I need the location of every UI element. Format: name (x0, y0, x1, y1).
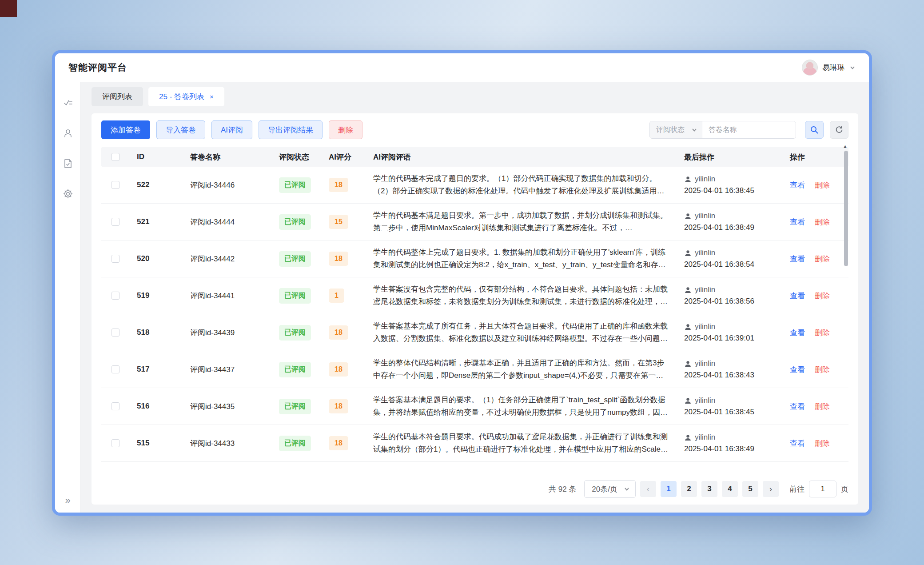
review-list-icon[interactable] (63, 98, 73, 108)
header-comment: AI评阅评语 (366, 152, 677, 162)
select-all-checkbox[interactable] (112, 153, 119, 161)
row-id: 521 (130, 217, 183, 226)
toolbar: 添加答卷 导入答卷 AI评阅 导出评阅结果 删除 评阅状态 (101, 120, 848, 139)
view-link[interactable]: 查看 (790, 217, 805, 227)
delete-link[interactable]: 删除 (815, 328, 830, 338)
view-link[interactable]: 查看 (790, 291, 805, 301)
window-header: 智能评阅平台 易琳琳 (55, 53, 869, 82)
row-id: 517 (130, 365, 183, 374)
ai-review-button[interactable]: AI评阅 (211, 120, 252, 139)
row-checkbox[interactable] (112, 365, 119, 373)
delete-link[interactable]: 删除 (815, 438, 830, 449)
row-time: 2025-04-01 16:38:45 (684, 186, 776, 195)
status-badge: 已评阅 (279, 214, 311, 230)
row-checkbox[interactable] (112, 218, 119, 226)
import-answer-button[interactable]: 导入答卷 (156, 120, 205, 139)
view-link[interactable]: 查看 (790, 438, 805, 449)
table-row: 519 评阅id-34441 已评阅 1 学生答案没有包含完整的代码，仅有部分结… (101, 277, 848, 314)
delete-button[interactable]: 删除 (329, 120, 362, 139)
page-size-select[interactable]: 20条/页 (584, 480, 636, 498)
answer-name-input[interactable] (702, 121, 796, 138)
review-status-select[interactable]: 评阅状态 (650, 121, 702, 138)
status-badge: 已评阅 (279, 362, 311, 377)
app-window: 智能评阅平台 易琳琳 » (52, 50, 872, 516)
sidebar-collapse-icon[interactable]: » (55, 495, 80, 506)
next-page-button[interactable]: › (763, 481, 779, 497)
prev-page-button[interactable]: ‹ (640, 481, 656, 497)
chevron-down-icon (624, 486, 630, 492)
person-icon (684, 434, 692, 441)
row-comment: 学生的代码基本符合题目要求。代码成功加载了鸢尾花数据集，并正确进行了训练集和测试… (366, 431, 677, 456)
delete-link[interactable]: 删除 (815, 254, 830, 264)
page-button-1[interactable]: 1 (661, 481, 677, 497)
row-checkbox[interactable] (112, 329, 119, 337)
delete-link[interactable]: 删除 (815, 180, 830, 190)
avatar[interactable] (802, 60, 818, 76)
tab-answer-list[interactable]: 25 - 答卷列表 × (148, 87, 224, 106)
person-icon (684, 212, 692, 220)
export-results-button[interactable]: 导出评阅结果 (259, 120, 323, 139)
view-link[interactable]: 查看 (790, 401, 805, 412)
tab-bar: 评阅列表 25 - 答卷列表 × (92, 87, 858, 106)
row-name: 评阅id-34435 (183, 401, 272, 412)
table-header: ID 答卷名称 评阅状态 AI评分 AI评阅评语 最后操作 操作 (101, 147, 848, 167)
page-button-5[interactable]: 5 (742, 481, 758, 497)
goto-page-input[interactable] (809, 481, 836, 497)
document-check-icon[interactable] (63, 158, 73, 169)
row-operator: yilinlin (695, 359, 715, 368)
view-link[interactable]: 查看 (790, 328, 805, 338)
row-checkbox[interactable] (112, 255, 119, 263)
search-button[interactable] (805, 121, 824, 139)
view-link[interactable]: 查看 (790, 365, 805, 375)
delete-link[interactable]: 删除 (815, 291, 830, 301)
delete-link[interactable]: 删除 (815, 365, 830, 375)
row-id: 519 (130, 291, 183, 300)
row-operator: yilinlin (695, 433, 715, 442)
row-comment: 学生的代码基本完成了题目的要求。（1）部分代码正确实现了数据集的加载和切分。（2… (366, 172, 677, 197)
row-id: 520 (130, 254, 183, 263)
row-name: 评阅id-34446 (183, 180, 272, 190)
refresh-button[interactable] (830, 121, 848, 139)
table-body: 522 评阅id-34446 已评阅 18 学生的代码基本完成了题目的要求。（1… (101, 167, 848, 462)
page-button-2[interactable]: 2 (681, 481, 697, 497)
scrollbar-up-icon[interactable]: ▲ (843, 144, 848, 149)
view-link[interactable]: 查看 (790, 254, 805, 264)
main-area: 评阅列表 25 - 答卷列表 × 添加答卷 导入答卷 AI评阅 导出评阅结果 删… (81, 82, 869, 513)
header-last-op: 最后操作 (677, 152, 783, 162)
row-name: 评阅id-34439 (183, 328, 272, 338)
tab-review-list[interactable]: 评阅列表 (92, 87, 143, 106)
filter-group: 评阅状态 (649, 121, 848, 139)
user-menu[interactable]: 易琳琳 (802, 60, 856, 76)
scrollbar-thumb[interactable] (844, 151, 848, 266)
table-row: 517 评阅id-34437 已评阅 18 学生的整体代码结构清晰，步骤基本正确… (101, 351, 848, 388)
page-unit-label: 页 (841, 484, 848, 494)
desktop-corner-artifact (0, 0, 17, 17)
row-checkbox[interactable] (112, 292, 119, 300)
row-checkbox[interactable] (112, 181, 119, 189)
person-icon (684, 360, 692, 368)
view-link[interactable]: 查看 (790, 180, 805, 190)
goto-label: 前往 (789, 484, 805, 494)
row-id: 515 (130, 439, 183, 448)
user-icon[interactable] (63, 128, 73, 139)
tab-close-icon[interactable]: × (210, 93, 214, 100)
row-id: 518 (130, 328, 183, 337)
row-checkbox[interactable] (112, 439, 119, 447)
page-button-3[interactable]: 3 (701, 481, 717, 497)
person-icon (684, 249, 692, 257)
user-name: 易琳琳 (822, 63, 845, 73)
score-badge: 18 (329, 362, 348, 377)
add-answer-button[interactable]: 添加答卷 (101, 120, 150, 139)
table-row: 520 评阅id-34442 已评阅 18 学生的代码整体上完成了题目要求。1.… (101, 240, 848, 277)
settings-icon[interactable] (63, 188, 73, 199)
delete-link[interactable]: 删除 (815, 217, 830, 227)
delete-link[interactable]: 删除 (815, 401, 830, 412)
chevron-down-icon (691, 127, 697, 133)
page-button-4[interactable]: 4 (722, 481, 738, 497)
row-checkbox[interactable] (112, 402, 119, 410)
row-comment: 学生的代码基本满足题目要求。第一步中，成功加载了数据，并划分成训练集和测试集。第… (366, 209, 677, 234)
row-comment: 学生的整体代码结构清晰，步骤基本正确，并且适用了正确的库和方法。然而，在第3步中… (366, 357, 677, 382)
row-comment: 学生的代码整体上完成了题目要求。1. 数据集的加载和划分正确使用了'sklear… (366, 246, 677, 271)
row-name: 评阅id-34441 (183, 291, 272, 301)
row-time: 2025-04-01 16:38:49 (684, 445, 776, 453)
